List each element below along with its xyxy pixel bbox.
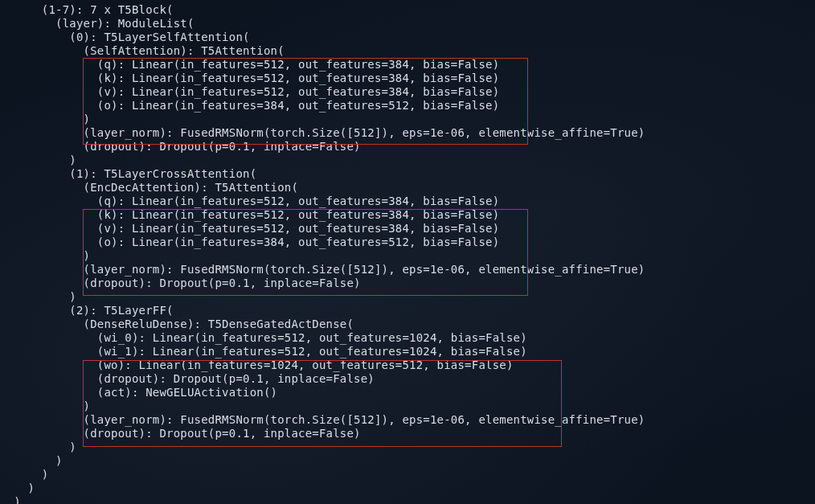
code-block: (1-7): 7 x T5Block( (layer): ModuleList(…	[0, 0, 645, 504]
terminal-stage: (1-7): 7 x T5Block( (layer): ModuleList(…	[0, 0, 815, 504]
